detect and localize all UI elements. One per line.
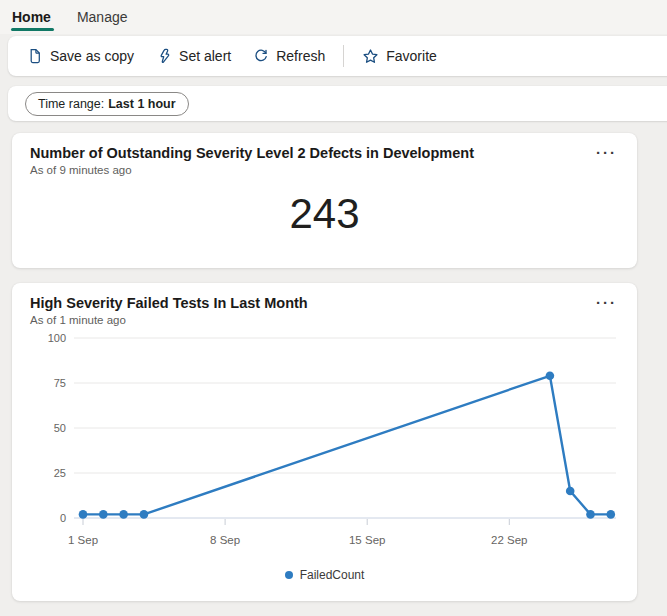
favorite-label: Favorite xyxy=(386,48,437,64)
filter-bar: Time range: Last 1 hour xyxy=(8,86,667,121)
svg-text:75: 75 xyxy=(54,377,66,389)
failed-tests-card-title: High Severity Failed Tests In Last Month xyxy=(30,294,619,312)
svg-text:1 Sep: 1 Sep xyxy=(68,534,98,546)
set-alert-button[interactable]: Set alert xyxy=(145,42,242,70)
svg-text:100: 100 xyxy=(48,332,66,344)
legend-series-dot xyxy=(285,571,293,579)
dashboard-screen: Home Manage Save as copy Set alert xyxy=(0,0,667,616)
active-tab-indicator xyxy=(11,28,54,31)
defects-card-asof: As of 9 minutes ago xyxy=(30,164,619,176)
save-as-copy-button[interactable]: Save as copy xyxy=(16,42,145,70)
defects-card-title: Number of Outstanding Severity Level 2 D… xyxy=(30,144,619,162)
set-alert-label: Set alert xyxy=(179,48,231,64)
more-menu-icon[interactable]: ··· xyxy=(590,289,623,316)
chart-legend[interactable]: FailedCount xyxy=(12,568,637,582)
lightning-bolt-icon xyxy=(156,48,172,64)
more-menu-icon[interactable]: ··· xyxy=(590,139,623,166)
legend-series-label: FailedCount xyxy=(300,568,365,582)
svg-text:0: 0 xyxy=(60,512,66,524)
failed-tests-card-header: High Severity Failed Tests In Last Month… xyxy=(12,283,637,326)
star-icon xyxy=(362,48,379,65)
tab-bar: Home Manage xyxy=(0,0,667,34)
svg-text:50: 50 xyxy=(54,422,66,434)
svg-text:22 Sep: 22 Sep xyxy=(491,534,527,546)
toolbar: Save as copy Set alert Refresh xyxy=(8,36,667,76)
defects-card-header: Number of Outstanding Severity Level 2 D… xyxy=(12,133,637,176)
tab-manage[interactable]: Manage xyxy=(77,0,128,34)
failed-tests-chart[interactable]: 02550751001 Sep8 Sep15 Sep22 Sep xyxy=(12,330,637,558)
refresh-label: Refresh xyxy=(276,48,325,64)
time-range-pill[interactable]: Time range: Last 1 hour xyxy=(25,92,189,116)
svg-text:15 Sep: 15 Sep xyxy=(349,534,385,546)
failed-tests-card: High Severity Failed Tests In Last Month… xyxy=(12,283,637,601)
chart-area: 02550751001 Sep8 Sep15 Sep22 Sep xyxy=(12,330,637,558)
svg-text:25: 25 xyxy=(54,467,66,479)
refresh-icon xyxy=(253,48,269,64)
copy-document-icon xyxy=(27,48,43,64)
refresh-button[interactable]: Refresh xyxy=(242,42,336,70)
toolbar-divider xyxy=(343,45,344,67)
favorite-button[interactable]: Favorite xyxy=(351,42,448,71)
time-range-value: Last 1 hour xyxy=(108,97,175,111)
defects-count-value: 243 xyxy=(12,190,637,238)
tab-home[interactable]: Home xyxy=(12,0,51,34)
time-range-label: Time range: xyxy=(38,97,104,111)
tab-home-label: Home xyxy=(12,9,51,25)
save-as-copy-label: Save as copy xyxy=(50,48,134,64)
failed-tests-card-asof: As of 1 minute ago xyxy=(30,314,619,326)
defects-card: Number of Outstanding Severity Level 2 D… xyxy=(12,133,637,268)
tab-manage-label: Manage xyxy=(77,9,128,25)
svg-text:8 Sep: 8 Sep xyxy=(210,534,240,546)
